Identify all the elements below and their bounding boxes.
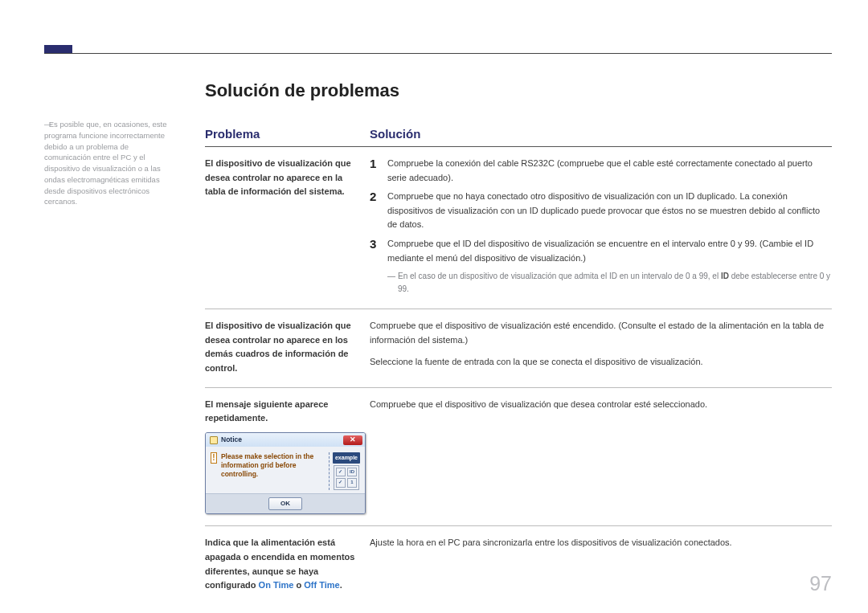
side-note: ―Es posible que, en ocasiones, este prog… [44, 119, 173, 207]
example-tag: example [333, 452, 360, 463]
notice-dialog: Notice ✕ ! Please make selection in the … [205, 432, 366, 515]
step: 2 Compruebe que no haya conectado otro d… [370, 190, 832, 232]
step-number: 2 [370, 190, 387, 232]
table-row: El dispositivo de visualización que dese… [205, 309, 832, 386]
dialog-titlebar: Notice ✕ [206, 433, 365, 447]
solution-text: Compruebe que el dispositivo de visualiz… [370, 319, 832, 347]
dialog-footer: OK [206, 493, 365, 514]
problem-cell: Indica que la alimentación está apagada … [205, 536, 370, 592]
step-text: Compruebe que no haya conectado otro dis… [387, 190, 832, 232]
solution-text: Seleccione la fuente de entrada con la q… [370, 355, 832, 370]
footnote: ― En el caso de un dispositivo de visual… [387, 270, 832, 296]
solution-cell: Compruebe que el dispositivo de visualiz… [370, 319, 832, 375]
footnote-text: En el caso de un dispositivo de visualiz… [398, 270, 832, 296]
header-problem: Problema [205, 127, 370, 141]
main-content: Solución de problemas Problema Solución … [205, 80, 832, 604]
step-text: Compruebe que el ID del dispositivo de v… [387, 237, 832, 265]
solution-cell: 1 Compruebe la conexión del cable RS232C… [370, 157, 832, 297]
page-title: Solución de problemas [205, 80, 832, 101]
problem-cell: El dispositivo de visualización que dese… [205, 157, 370, 297]
solution-cell: Compruebe que el dispositivo de visualiz… [370, 398, 832, 515]
step-number: 3 [370, 237, 387, 265]
step-number: 1 [370, 157, 387, 185]
table-row: Indica que la alimentación está apagada … [205, 525, 832, 603]
close-icon[interactable]: ✕ [343, 435, 362, 445]
problem-cell: El dispositivo de visualización que dese… [205, 319, 370, 375]
dialog-title: Notice [221, 435, 242, 446]
dialog-body: ! Please make selection in the informati… [206, 447, 365, 492]
table-row: El dispositivo de visualización que dese… [205, 147, 832, 309]
notice-icon [210, 436, 218, 444]
step: 3 Compruebe que el ID del dispositivo de… [370, 237, 832, 265]
example-grid: ✓ID ✓1 [334, 465, 359, 490]
dialog-message: Please make selection in the information… [221, 452, 325, 478]
step: 1 Compruebe la conexión del cable RS232C… [370, 157, 832, 185]
ok-button[interactable]: OK [268, 497, 302, 511]
dash-icon: ― [387, 270, 395, 296]
problem-cell: El mensaje siguiente aparece repetidamen… [205, 398, 370, 515]
dialog-example-panel: example ✓ID ✓1 [329, 452, 360, 489]
step-text: Compruebe la conexión del cable RS232C (… [387, 157, 832, 185]
side-note-text: Es posible que, en ocasiones, este progr… [44, 120, 167, 206]
solution-cell: Ajuste la hora en el PC para sincronizar… [370, 536, 832, 592]
warning-icon: ! [211, 452, 217, 464]
page-number: 97 [809, 572, 832, 595]
header-solution: Solución [370, 127, 832, 141]
table-header: Problema Solución [205, 127, 832, 144]
top-rule [44, 53, 832, 54]
table-row: El mensaje siguiente aparece repetidamen… [205, 387, 832, 526]
